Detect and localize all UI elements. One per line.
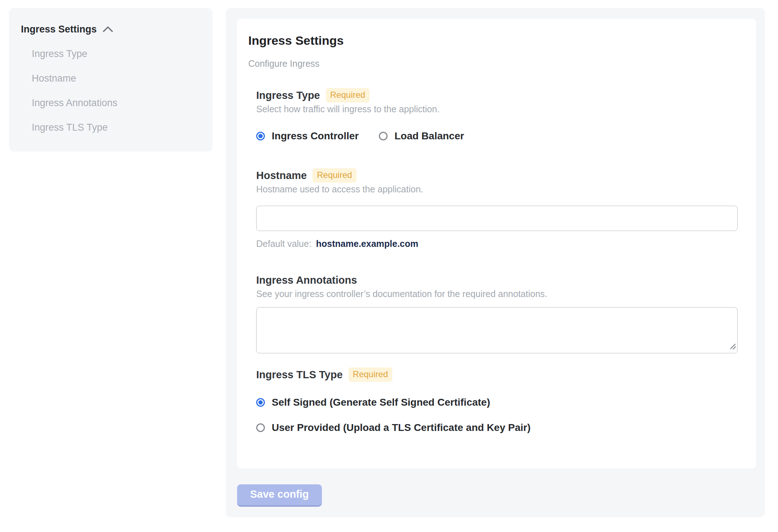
ingress-annotations-textarea-wrap (256, 307, 738, 353)
page-title: Ingress Settings (248, 33, 737, 48)
sidebar-item-list: Ingress Type Hostname Ingress Annotation… (32, 48, 202, 133)
sidebar-item-hostname[interactable]: Hostname (32, 73, 202, 84)
radio-load-balancer-label: Load Balancer (394, 130, 464, 142)
page-subtitle: Configure Ingress (248, 58, 737, 69)
sidebar-section-title: Ingress Settings (21, 24, 97, 35)
ingress-settings-card: Ingress Settings Configure Ingress Ingre… (237, 19, 756, 468)
hostname-label-row: Hostname Required (256, 169, 737, 182)
ingress-tls-type-label: Ingress TLS Type (256, 369, 343, 381)
ingress-type-label: Ingress Type (256, 90, 320, 101)
radio-selected-icon (256, 132, 265, 140)
hostname-default-line: Default value: hostname.example.com (256, 239, 737, 249)
ingress-settings-panel: Ingress Settings Configure Ingress Ingre… (226, 8, 765, 517)
required-badge: Required (326, 88, 370, 103)
required-badge: Required (312, 168, 356, 183)
hostname-label: Hostname (256, 170, 307, 182)
default-value-label: Default value: (256, 239, 311, 249)
ingress-tls-type-label-row: Ingress TLS Type Required (256, 368, 737, 381)
section-hostname: Hostname Required Hostname used to acces… (256, 169, 737, 249)
sidebar-item-ingress-type[interactable]: Ingress Type (32, 48, 202, 60)
ingress-annotations-label-row: Ingress Annotations (256, 273, 737, 287)
ingress-type-description: Select how traffic will ingress to the a… (256, 104, 737, 114)
section-ingress-tls-type: Ingress TLS Type Required Self Signed (G… (256, 368, 737, 433)
radio-ingress-controller[interactable]: Ingress Controller (256, 130, 359, 142)
hostname-description: Hostname used to access the application. (256, 184, 737, 195)
radio-load-balancer[interactable]: Load Balancer (379, 130, 464, 142)
settings-sidebar: Ingress Settings Ingress Type Hostname I… (9, 8, 213, 152)
radio-ingress-controller-label: Ingress Controller (272, 130, 359, 142)
default-value: hostname.example.com (316, 239, 418, 249)
sidebar-item-ingress-tls-type[interactable]: Ingress TLS Type (32, 122, 202, 133)
ingress-annotations-textarea[interactable] (256, 307, 738, 353)
radio-self-signed-label: Self Signed (Generate Self Signed Certif… (272, 397, 490, 408)
save-config-button[interactable]: Save config (237, 484, 322, 507)
sidebar-item-ingress-annotations[interactable]: Ingress Annotations (32, 97, 202, 109)
ingress-annotations-description: See your ingress controller’s documentat… (256, 288, 737, 299)
required-badge: Required (349, 367, 392, 382)
ingress-tls-radio-group: Self Signed (Generate Self Signed Certif… (256, 397, 737, 433)
sidebar-section-ingress-settings[interactable]: Ingress Settings (21, 24, 202, 35)
radio-unselected-icon (379, 132, 388, 140)
chevron-up-icon (102, 24, 113, 35)
radio-unselected-icon (256, 423, 265, 432)
ingress-annotations-label: Ingress Annotations (256, 274, 357, 286)
radio-self-signed[interactable]: Self Signed (Generate Self Signed Certif… (256, 397, 737, 408)
radio-user-provided-label: User Provided (Upload a TLS Certificate … (272, 422, 530, 433)
radio-selected-icon (256, 398, 265, 407)
form-sections: Ingress Type Required Select how traffic… (256, 88, 737, 433)
ingress-type-label-row: Ingress Type Required (256, 88, 737, 102)
radio-user-provided[interactable]: User Provided (Upload a TLS Certificate … (256, 422, 737, 433)
section-ingress-type: Ingress Type Required Select how traffic… (256, 88, 737, 142)
section-ingress-annotations: Ingress Annotations See your ingress con… (256, 273, 737, 353)
ingress-type-radio-group: Ingress Controller Load Balancer (256, 130, 737, 142)
hostname-input[interactable] (256, 206, 738, 231)
